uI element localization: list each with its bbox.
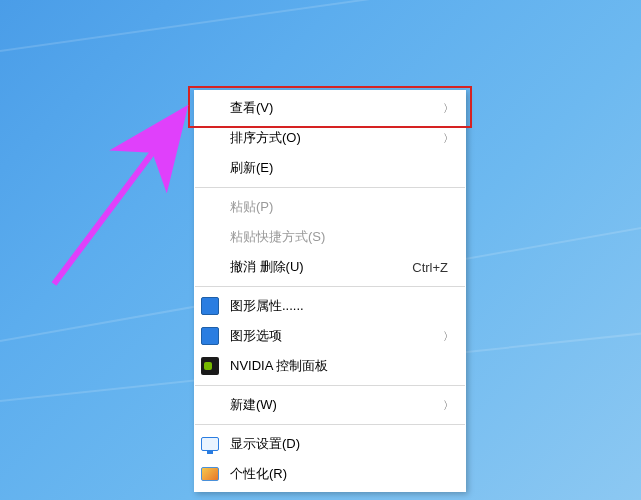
- menu-label: 刷新(E): [230, 159, 456, 177]
- chevron-right-icon: 〉: [443, 101, 454, 116]
- menu-item-nvidia-panel[interactable]: NVIDIA 控制面板: [194, 351, 466, 381]
- menu-item-personalize[interactable]: 个性化(R): [194, 459, 466, 489]
- menu-item-undo-delete[interactable]: 撤消 删除(U) Ctrl+Z: [194, 252, 466, 282]
- chevron-right-icon: 〉: [443, 398, 454, 413]
- menu-item-refresh[interactable]: 刷新(E): [194, 153, 466, 183]
- menu-item-graphics-options[interactable]: 图形选项 〉: [194, 321, 466, 351]
- intel-graphics-icon: [200, 326, 220, 346]
- desktop-context-menu: 查看(V) 〉 排序方式(O) 〉 刷新(E) 粘贴(P) 粘贴快捷方式(S) …: [194, 90, 466, 492]
- menu-label: 撤消 删除(U): [230, 258, 412, 276]
- menu-label: 粘贴(P): [230, 198, 456, 216]
- menu-separator: [195, 187, 465, 188]
- menu-label: 图形选项: [230, 327, 456, 345]
- menu-label: 新建(W): [230, 396, 456, 414]
- menu-label: 个性化(R): [230, 465, 456, 483]
- menu-label: 排序方式(O): [230, 129, 456, 147]
- menu-label: 查看(V): [230, 99, 456, 117]
- menu-item-new[interactable]: 新建(W) 〉: [194, 390, 466, 420]
- menu-separator: [195, 286, 465, 287]
- chevron-right-icon: 〉: [443, 329, 454, 344]
- svg-line-0: [54, 124, 174, 284]
- menu-item-display-settings[interactable]: 显示设置(D): [194, 429, 466, 459]
- menu-item-view[interactable]: 查看(V) 〉: [194, 93, 466, 123]
- menu-item-sort[interactable]: 排序方式(O) 〉: [194, 123, 466, 153]
- menu-item-paste: 粘贴(P): [194, 192, 466, 222]
- menu-separator: [195, 385, 465, 386]
- menu-label: 图形属性......: [230, 297, 456, 315]
- annotation-arrow-icon: [24, 84, 214, 304]
- menu-shortcut: Ctrl+Z: [412, 260, 448, 275]
- nvidia-icon: [200, 356, 220, 376]
- menu-label: 粘贴快捷方式(S): [230, 228, 456, 246]
- display-icon: [200, 434, 220, 454]
- menu-item-graphics-properties[interactable]: 图形属性......: [194, 291, 466, 321]
- menu-label: NVIDIA 控制面板: [230, 357, 456, 375]
- chevron-right-icon: 〉: [443, 131, 454, 146]
- menu-label: 显示设置(D): [230, 435, 456, 453]
- menu-item-paste-shortcut: 粘贴快捷方式(S): [194, 222, 466, 252]
- menu-separator: [195, 424, 465, 425]
- personalize-icon: [200, 464, 220, 484]
- intel-graphics-icon: [200, 296, 220, 316]
